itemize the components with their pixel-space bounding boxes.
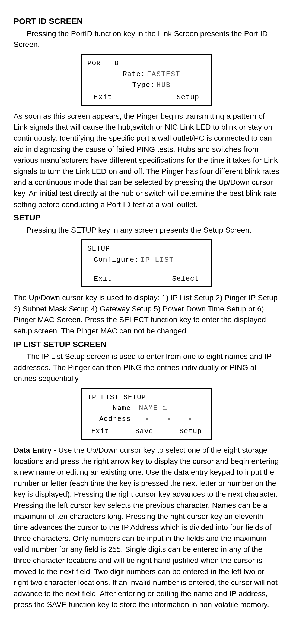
lcd-ip-list-container: IP LIST SETUP Name NAME 1 Address Exit S… — [14, 388, 279, 440]
lcd1-exit: Exit — [94, 92, 112, 103]
lcd2-configure-value: IP LIST — [141, 254, 174, 265]
lcd3-exit: Exit — [91, 426, 109, 437]
lcd1-rate-value: FASTEST — [147, 69, 180, 80]
intro-ip-list: The IP List Setup screen is used to ente… — [14, 351, 279, 384]
lcd3-address-value — [139, 414, 198, 424]
lcd1-type-value: HUB — [157, 80, 171, 90]
heading-setup: SETUP — [14, 212, 279, 224]
data-entry-bold: Data Entry - — [14, 446, 58, 454]
lcd-ip-list: IP LIST SETUP Name NAME 1 Address Exit S… — [81, 388, 212, 440]
lcd-port-id: PORT ID Rate: FASTEST Type: HUB Exit Set… — [81, 54, 212, 106]
lcd-setup: SETUP Configure: IP LIST Exit Select — [81, 239, 212, 287]
dot-icon — [189, 418, 191, 420]
data-entry-body: Use the Up/Down cursor key to select one… — [14, 446, 279, 609]
lcd3-title: IP LIST SETUP — [87, 392, 206, 403]
lcd2-title: SETUP — [87, 243, 206, 254]
intro-setup: Pressing the SETUP key in any screen pre… — [14, 225, 279, 236]
intro-port-id: Pressing the PortID function key in the … — [14, 28, 279, 50]
lcd1-setup: Setup — [177, 92, 199, 103]
lcd1-rate-label: Rate: — [113, 69, 145, 80]
lcd3-setup: Setup — [179, 426, 202, 437]
lcd3-name-label: Name — [87, 403, 131, 414]
para-setup-body: The Up/Down cursor key is used to displa… — [14, 292, 279, 336]
dot-icon — [168, 418, 170, 420]
lcd3-address-label: Address — [87, 414, 131, 424]
lcd3-save: Save — [135, 426, 153, 437]
lcd2-configure-label: Configure: — [94, 254, 139, 265]
heading-port-id: PORT ID SCREEN — [14, 15, 279, 27]
para-data-entry: Data Entry - Use the Up/Down cursor key … — [14, 445, 279, 610]
lcd2-select: Select — [172, 273, 199, 284]
lcd-port-id-container: PORT ID Rate: FASTEST Type: HUB Exit Set… — [14, 54, 279, 106]
lcd2-spacer — [87, 265, 206, 272]
lcd1-type-label: Type: — [122, 80, 155, 90]
lcd2-exit: Exit — [94, 273, 112, 284]
heading-ip-list: IP LIST SETUP SCREEN — [14, 338, 279, 350]
lcd-setup-container: SETUP Configure: IP LIST Exit Select — [14, 239, 279, 287]
dot-icon — [146, 418, 148, 420]
lcd3-name-value: NAME 1 — [139, 403, 168, 414]
lcd1-title: PORT ID — [87, 58, 206, 69]
para-port-id-body: As soon as this screen appears, the Ping… — [14, 111, 279, 210]
